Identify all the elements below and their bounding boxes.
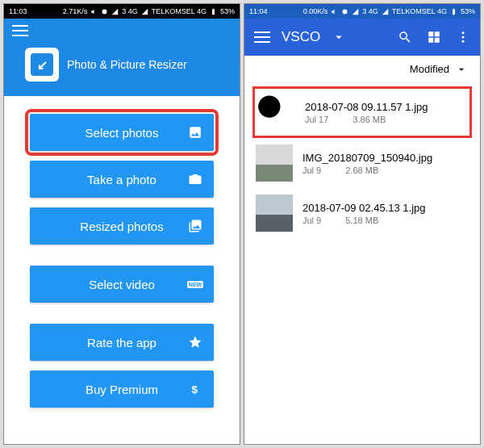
status-sim: 3 4G <box>362 7 378 15</box>
buy-premium-button[interactable]: Buy Premium $ <box>30 371 214 408</box>
select-photos-button[interactable]: Select photos <box>30 114 214 151</box>
button-label: Select photos <box>86 126 159 140</box>
search-icon[interactable] <box>398 30 412 44</box>
chevron-down-icon <box>456 64 467 75</box>
chevron-down-icon[interactable] <box>332 30 346 44</box>
volume-icon <box>90 8 98 15</box>
button-label: Buy Premium <box>86 383 158 396</box>
file-name: 2018-07-09 02.45.13 1.jpg <box>302 202 426 214</box>
new-badge-icon: NEW <box>188 277 202 291</box>
app-logo <box>25 48 59 82</box>
sort-label: Modified <box>410 63 449 75</box>
button-label: Resized photos <box>80 220 163 233</box>
app-bar: VSCO <box>244 19 480 56</box>
status-time: 11:03 <box>9 7 27 15</box>
screenshot-left: 11:03 2.71K/s 3 4G TELKOMSEL 4G 53% Phot… <box>3 3 240 445</box>
grid-view-icon[interactable] <box>427 30 441 44</box>
file-size: 2.68 MB <box>345 165 378 175</box>
svg-point-3 <box>462 40 465 43</box>
resized-photos-button[interactable]: Resized photos <box>30 207 214 245</box>
svg-text:$: $ <box>192 383 198 396</box>
file-list: 2018-07-08 09.11.57 1.jpg Jul 17 3.86 MB… <box>244 83 480 444</box>
file-item[interactable]: 2018-07-08 09.11.57 1.jpg Jul 17 3.86 MB <box>252 86 472 138</box>
camera-icon <box>188 172 202 186</box>
file-thumbnail <box>258 94 295 131</box>
status-battery: 53% <box>220 7 235 15</box>
sort-bar[interactable]: Modified <box>244 56 480 83</box>
status-net-speed: 2.71K/s <box>63 7 88 15</box>
file-item[interactable]: IMG_20180709_150940.jpg Jul 9 2.68 MB <box>252 138 472 188</box>
button-label: Take a photo <box>87 173 156 186</box>
file-name: IMG_20180709_150940.jpg <box>302 152 432 164</box>
battery-icon <box>450 8 457 15</box>
dollar-icon: $ <box>188 382 202 396</box>
file-size: 3.86 MB <box>353 115 386 124</box>
signal-icon <box>382 8 389 15</box>
file-date: Jul 9 <box>302 216 321 225</box>
select-video-button[interactable]: Select video NEW <box>30 266 214 303</box>
status-net-speed: 0.00K/s <box>303 7 328 15</box>
file-size: 5.18 MB <box>345 216 378 225</box>
main-buttons: Select photos Take a photo Resized photo… <box>4 96 240 444</box>
battery-icon <box>210 8 217 15</box>
status-sim: 3 4G <box>122 7 138 15</box>
signal-icon <box>141 8 148 15</box>
rate-app-button[interactable]: Rate the app <box>30 324 214 361</box>
status-carrier: TELKOMSEL 4G <box>152 7 207 15</box>
status-bar: 11:04 0.00K/s 3 4G TELKOMSEL 4G 53% <box>244 4 480 19</box>
app-header: Photo & Picture Resizer <box>4 19 240 96</box>
svg-point-2 <box>462 36 465 39</box>
alarm-icon <box>101 8 108 15</box>
volume-icon <box>331 8 338 15</box>
file-date: Jul 17 <box>305 115 328 124</box>
image-icon <box>188 125 202 140</box>
file-thumbnail <box>256 195 293 232</box>
file-thumbnail <box>256 144 293 182</box>
svg-point-1 <box>462 31 465 34</box>
signal-icon <box>111 8 119 15</box>
button-label: Rate the app <box>87 336 156 350</box>
status-time: 11:04 <box>249 7 268 15</box>
folder-title[interactable]: VSCO <box>282 29 320 45</box>
menu-icon[interactable] <box>254 31 270 43</box>
signal-icon <box>352 8 359 15</box>
status-bar: 11:03 2.71K/s 3 4G TELKOMSEL 4G 53% <box>4 4 240 19</box>
gallery-icon <box>188 219 202 233</box>
take-photo-button[interactable]: Take a photo <box>30 161 214 198</box>
status-battery: 53% <box>461 7 475 15</box>
status-carrier: TELKOMSEL 4G <box>392 7 447 15</box>
star-icon <box>188 335 202 350</box>
button-label: Select video <box>89 278 155 291</box>
app-title: Photo & Picture Resizer <box>67 58 187 71</box>
alarm-icon <box>341 8 348 15</box>
file-item[interactable]: 2018-07-09 02.45.13 1.jpg Jul 9 5.18 MB <box>252 188 472 238</box>
file-name: 2018-07-08 09.11.57 1.jpg <box>305 101 428 113</box>
screenshot-right: 11:04 0.00K/s 3 4G TELKOMSEL 4G 53% VSCO… <box>244 3 481 445</box>
menu-icon[interactable] <box>12 25 28 36</box>
more-icon[interactable] <box>456 30 470 44</box>
file-date: Jul 9 <box>302 165 321 175</box>
